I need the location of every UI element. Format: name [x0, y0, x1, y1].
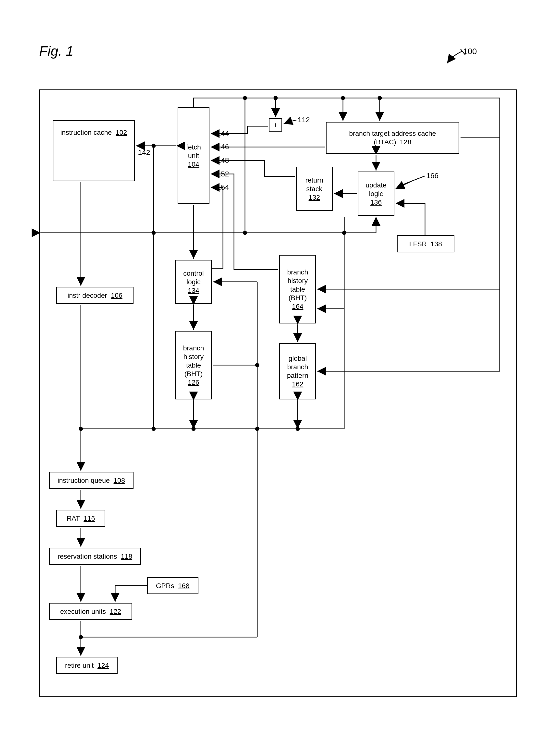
update-logic: update logic 136 [358, 172, 394, 216]
reservation-stations: reservation stations 118 [49, 548, 141, 565]
ref-100: 100 [463, 46, 477, 56]
figure-label: Fig. 1 [39, 43, 74, 59]
execution-units: execution units 122 [49, 603, 132, 620]
ann-146: 146 [217, 143, 229, 151]
btac: branch target address cache (BTAC) 128 [326, 122, 459, 154]
return-stack: return stack 132 [296, 166, 333, 211]
bht-164: branch history table (BHT) 164 [279, 255, 316, 323]
global-branch-pattern: global branch pattern 162 [279, 343, 316, 399]
rat: RAT 116 [56, 510, 105, 527]
instruction-cache: instruction cache 102 [53, 120, 135, 181]
bht-126: branch history table (BHT) 126 [175, 331, 212, 399]
retire-unit: retire unit 124 [56, 657, 118, 674]
instr-decoder: instr decoder 106 [56, 287, 134, 304]
gprs: GPRs 168 [147, 577, 198, 594]
ann-112: 112 [298, 116, 310, 124]
instruction-queue: instruction queue 108 [49, 472, 134, 489]
control-logic: control logic 134 [175, 260, 212, 304]
ann-152: 152 [217, 170, 229, 178]
fetch-unit: fetch unit 104 [178, 107, 209, 204]
ann-166: 166 [426, 172, 439, 180]
adder-block: + [269, 118, 282, 132]
ann-154: 154 [217, 183, 229, 191]
ann-148: 148 [217, 156, 229, 164]
lfsr: LFSR 138 [397, 235, 455, 252]
ann-142: 142 [138, 148, 150, 157]
ann-144: 144 [217, 130, 229, 138]
